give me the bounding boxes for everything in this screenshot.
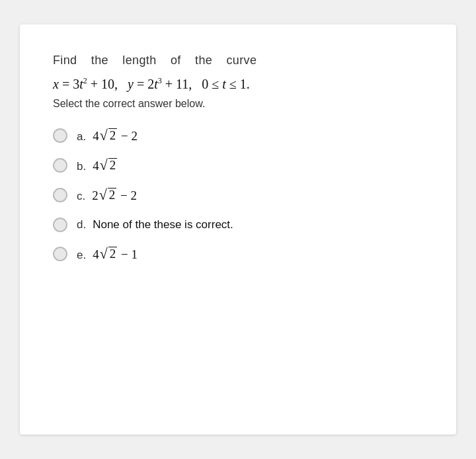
option-c-label: c. 2√2 − 2 [77, 188, 137, 203]
radio-b[interactable] [53, 158, 67, 173]
option-e-label: e. 4√2 − 1 [77, 247, 138, 262]
option-d[interactable]: d. None of the these is correct. [53, 218, 423, 232]
option-a[interactable]: a. 4√2 − 2 [53, 128, 423, 144]
question-card: Find the length of the curve x = 3t2 + 1… [20, 24, 456, 435]
option-e-letter: e. [77, 249, 86, 262]
header-word-find: Find [53, 51, 77, 70]
option-d-text: None of the these is correct. [93, 218, 233, 231]
option-c[interactable]: c. 2√2 − 2 [53, 188, 423, 203]
header-word-of: of [171, 51, 181, 70]
header-word-the2: the [195, 51, 212, 70]
option-c-letter: c. [77, 190, 85, 203]
radio-e[interactable] [53, 247, 67, 261]
radio-c[interactable] [53, 188, 67, 202]
option-a-label: a. 4√2 − 2 [77, 128, 138, 144]
option-d-letter: d. [77, 218, 86, 231]
question-header: Find the length of the curve [53, 51, 423, 70]
option-c-math: 2√2 − 2 [92, 188, 137, 203]
radio-a[interactable] [53, 128, 67, 143]
header-word-the1: the [91, 51, 108, 70]
header-word-length: length [122, 51, 156, 70]
header-word-curve: curve [227, 51, 257, 70]
option-b-label: b. 4√2 [77, 158, 118, 173]
option-b-math: 4√2 [93, 158, 118, 173]
equation-line: x = 3t2 + 10, y = 2t3 + 11, 0 ≤ t ≤ 1. [53, 74, 423, 94]
option-d-label: d. None of the these is correct. [77, 218, 233, 231]
option-e[interactable]: e. 4√2 − 1 [53, 247, 423, 262]
option-a-math: 4√2 − 2 [93, 128, 138, 144]
instruction-text: Select the correct answer below. [53, 98, 423, 110]
option-b[interactable]: b. 4√2 [53, 158, 423, 173]
option-e-math: 4√2 − 1 [93, 247, 138, 262]
options-list: a. 4√2 − 2 b. 4√2 c. 2√2 − 2 [53, 128, 423, 262]
option-a-letter: a. [77, 130, 86, 144]
option-b-letter: b. [77, 160, 86, 173]
radio-d[interactable] [53, 218, 67, 232]
